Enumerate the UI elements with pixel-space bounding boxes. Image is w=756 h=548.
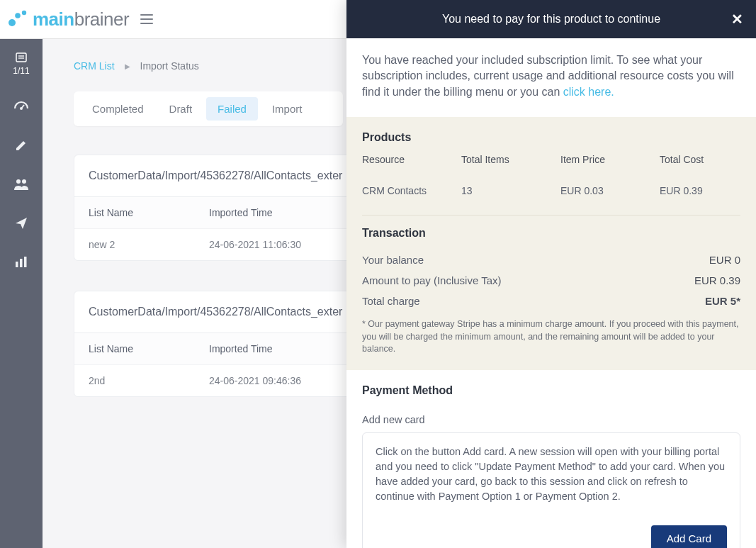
tab-draft[interactable]: Draft <box>158 97 204 121</box>
tx-fine-print: * Our payment gateway Stripe has a minim… <box>362 318 740 356</box>
col-total-items: Total Items <box>461 154 560 165</box>
tx-balance-value: EUR 0 <box>709 254 740 266</box>
sidebar-item-analytics[interactable] <box>14 256 28 272</box>
transaction-heading: Transaction <box>362 227 740 240</box>
col-resource: Resource <box>362 154 461 165</box>
tx-amount-row: Amount to pay (Inclusive Tax) EUR 0.39 <box>362 270 740 291</box>
cell-time: 24-06-2021 09:46:36 <box>209 375 301 386</box>
bars-icon <box>14 256 28 269</box>
sidebar-step-indicator: 1/11 <box>13 52 29 76</box>
status-tabs: Completed Draft Failed Import <box>74 91 343 126</box>
add-card-button[interactable]: Add Card <box>651 525 727 548</box>
divider <box>362 215 740 216</box>
sidebar-item-send[interactable] <box>14 216 28 233</box>
cell-list-name: new 2 <box>89 239 209 250</box>
payment-method-heading: Payment Method <box>362 384 740 397</box>
tx-total-value: EUR 5* <box>705 295 740 307</box>
sidebar-item-edit[interactable] <box>14 138 28 155</box>
chevron-right-icon: ▶ <box>125 62 130 70</box>
cell-resource: CRM Contacts <box>362 185 461 196</box>
svg-line-7 <box>21 105 24 108</box>
svg-point-8 <box>16 179 21 184</box>
tab-completed[interactable]: Completed <box>81 97 155 121</box>
svg-rect-11 <box>20 259 23 267</box>
svg-point-1 <box>15 13 21 18</box>
notice-link[interactable]: click here. <box>563 86 614 98</box>
step-icon <box>15 52 28 63</box>
sidebar-item-users[interactable] <box>13 178 29 194</box>
notice-text: You have reached your included subscript… <box>362 54 734 98</box>
hamburger-icon[interactable] <box>140 14 153 24</box>
products-heading: Products <box>362 131 740 144</box>
col-total-cost: Total Cost <box>660 154 740 165</box>
cell-list-name: 2nd <box>89 375 209 386</box>
tab-failed[interactable]: Failed <box>206 97 258 121</box>
panel-notice: You have reached your included subscript… <box>346 38 756 117</box>
tx-total-row: Total charge EUR 5* <box>362 291 740 311</box>
cell-item-price: EUR 0.03 <box>560 185 660 196</box>
svg-rect-3 <box>16 53 26 62</box>
svg-point-9 <box>22 179 26 184</box>
users-icon <box>13 178 29 191</box>
tx-amount-label: Amount to pay (Inclusive Tax) <box>362 274 501 286</box>
logo-text: mainbrainer <box>33 9 129 30</box>
logo-dots-icon <box>9 9 30 29</box>
products-section: Products Resource Total Items Item Price… <box>346 117 756 370</box>
svg-point-2 <box>9 19 16 26</box>
pencil-icon <box>14 138 28 152</box>
brand-logo: mainbrainer <box>9 9 129 30</box>
tx-total-label: Total charge <box>362 295 420 307</box>
col-time: Imported Time <box>209 207 272 218</box>
paper-plane-icon <box>14 216 28 230</box>
cell-total-items: 13 <box>461 185 560 196</box>
col-item-price: Item Price <box>560 154 660 165</box>
products-header-row: Resource Total Items Item Price Total Co… <box>362 154 740 165</box>
svg-point-0 <box>22 11 26 15</box>
breadcrumb-current: Import Status <box>140 60 199 72</box>
panel-title: You need to pay for this product to cont… <box>442 13 660 26</box>
left-sidebar: 1/11 <box>0 39 43 548</box>
col-time: Imported Time <box>209 343 272 354</box>
svg-rect-10 <box>16 262 18 267</box>
cell-total-cost: EUR 0.39 <box>660 185 740 196</box>
gauge-icon <box>13 99 29 113</box>
tx-balance-label: Your balance <box>362 254 424 266</box>
col-list-name: List Name <box>89 207 209 218</box>
close-icon[interactable]: ✕ <box>731 11 743 28</box>
payment-panel: You need to pay for this product to cont… <box>346 0 756 548</box>
add-card-box: Click on the button Add card. A new sess… <box>362 432 740 548</box>
add-card-text: Click on the button Add card. A new sess… <box>376 444 727 504</box>
add-new-card-label: Add new card <box>362 414 740 425</box>
panel-header: You need to pay for this product to cont… <box>346 0 756 38</box>
tx-balance-row: Your balance EUR 0 <box>362 250 740 270</box>
products-data-row: CRM Contacts 13 EUR 0.03 EUR 0.39 <box>362 178 740 203</box>
breadcrumb-root[interactable]: CRM List <box>74 60 115 72</box>
tx-amount-value: EUR 0.39 <box>694 274 740 286</box>
payment-method-section: Payment Method Add new card Click on the… <box>346 370 756 548</box>
sidebar-item-dashboard[interactable] <box>13 99 29 116</box>
tab-import[interactable]: Import <box>261 97 314 121</box>
col-list-name: List Name <box>89 343 209 354</box>
cell-time: 24-06-2021 11:06:30 <box>209 239 301 250</box>
svg-rect-12 <box>24 257 27 267</box>
